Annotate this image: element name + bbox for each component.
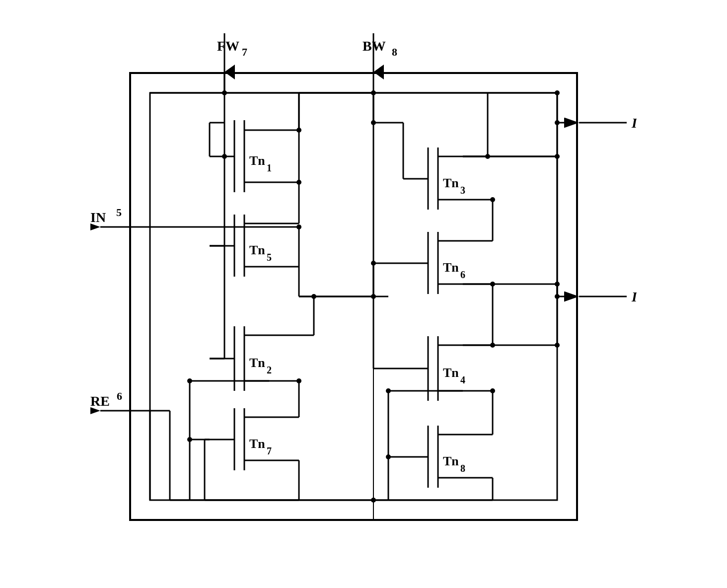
tn3-subscript: 3 [460,185,465,196]
re6-subscript: 6 [117,390,122,402]
tn7-label: Tn [249,437,265,451]
tn6-label: Tn [443,260,459,275]
svg-point-98 [490,197,495,202]
bw8-subscript: 8 [392,46,397,58]
svg-point-125 [490,388,495,393]
tn4-subscript: 4 [460,374,465,385]
svg-point-135 [386,454,391,459]
i9-label: I [631,115,637,131]
tn2-label: Tn [249,356,265,370]
tn8-label: Tn [443,454,459,468]
svg-point-130 [187,437,192,442]
i10-label: I [631,289,637,304]
fw7-label: FW [217,38,239,54]
svg-point-110 [296,378,301,383]
fw7-subscript: 7 [242,46,247,58]
in5-label: IN [90,210,106,225]
svg-point-87 [296,180,301,185]
tn8-subscript: 8 [460,463,465,474]
tn2-subscript: 2 [267,365,272,375]
tn1-subscript: 1 [267,162,272,173]
bw8-label: BW [363,38,386,54]
svg-point-101 [490,282,495,287]
svg-point-76 [555,282,560,287]
tn6-subscript: 6 [460,269,465,280]
tn1-label: Tn [249,153,265,168]
tn5-subscript: 5 [267,252,272,263]
svg-point-147 [296,128,301,133]
tn4-label: Tn [443,366,459,380]
tn3-label: Tn [443,176,459,190]
svg-point-121 [490,343,495,348]
in5-subscript: 5 [116,206,122,219]
re6-label: RE [90,393,110,409]
svg-point-155 [485,154,490,159]
svg-point-92 [296,224,301,229]
svg-point-152 [555,90,560,95]
svg-point-69 [555,120,560,125]
circuit-diagram: FW 7 BW 8 I 9 I 10 IN 5 RE 6 [90,33,637,555]
tn7-subscript: 7 [267,445,272,456]
tn5-label: Tn [249,243,265,257]
svg-point-78 [555,343,560,348]
svg-point-145 [222,154,227,159]
